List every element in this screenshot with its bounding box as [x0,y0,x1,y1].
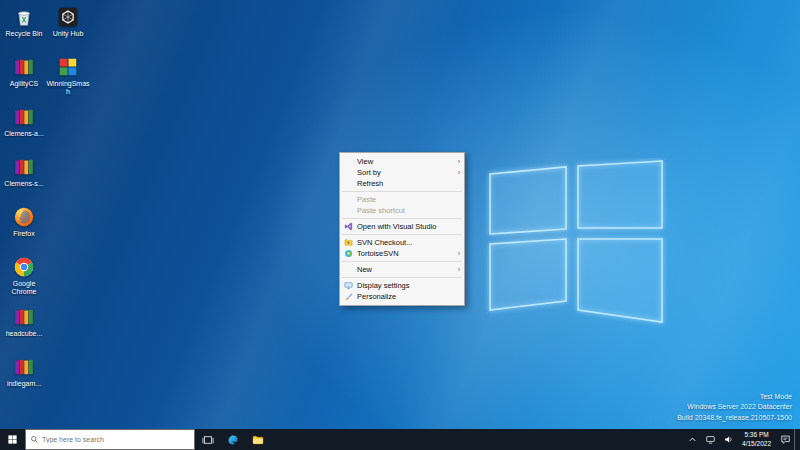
menu-icon-spacer [343,168,354,177]
desktop-icon[interactable]: AgilityCS [2,56,46,92]
menu-item[interactable]: Open with Visual Studio [340,221,464,232]
desktop-icon-label: AgilityCS [2,80,46,88]
menu-separator [342,191,462,192]
desktop-icon-label: Clemens-a... [2,130,46,138]
menu-item[interactable]: Refresh [340,178,464,189]
network-tray-button[interactable] [701,434,719,445]
task-view-button[interactable] [195,429,220,450]
desktop-icon-column-1: Recycle BinAgilityCSClemens-a...Clemens-… [2,6,46,392]
desktop-context-menu: View›Sort by›RefreshPastePaste shortcutO… [339,152,465,306]
taskbar: 5:36 PM 4/15/2022 [0,429,800,450]
watermark-build: Build 20348.fe_release.210507-1500 [677,413,792,424]
menu-item[interactable]: TortoiseSVN› [340,248,464,259]
taskbar-search[interactable] [25,429,195,450]
menu-item-label: Paste [357,195,452,204]
menu-separator [342,218,462,219]
winrar-icon [13,56,35,78]
clock-date: 4/15/2022 [742,440,771,448]
menu-icon-spacer [343,157,354,166]
desktop-icon-label: Unity Hub [46,30,90,38]
menu-item[interactable]: Sort by› [340,167,464,178]
submenu-arrow-icon: › [452,250,460,257]
personalize-icon [343,292,354,301]
task-view-icon [202,434,214,446]
tortoisesvn-icon [343,249,354,258]
visual-studio-icon [343,222,354,231]
winrar-icon [13,106,35,128]
windows-start-icon [7,434,18,445]
system-watermark: Test Mode Windows Server 2022 Datacenter… [677,392,792,424]
menu-separator [342,234,462,235]
menu-icon-spacer [343,206,354,215]
menu-item-label: View [357,157,452,166]
desktop-icon[interactable]: Clemens-s... [2,156,46,192]
chrome-icon [13,256,35,278]
color-tiles-icon [57,56,79,78]
edge-taskbar-button[interactable] [220,429,245,450]
menu-item-label: New [357,265,452,274]
desktop-icon-label: Clemens-s... [2,180,46,188]
menu-item[interactable]: SVN Checkout... [340,237,464,248]
menu-item-label: Paste shortcut [357,206,452,215]
desktop-icon[interactable]: Firefox [2,206,46,242]
submenu-arrow-icon: › [452,158,460,165]
desktop-icon-label: Recycle Bin [2,30,46,38]
edge-icon [227,434,239,446]
speaker-icon [723,434,734,445]
windows-logo-glow [484,158,668,328]
submenu-arrow-icon: › [452,266,460,273]
action-center-icon [780,434,791,445]
desktop-icon[interactable]: indiegam... [2,356,46,392]
menu-item: Paste shortcut [340,205,464,216]
file-explorer-taskbar-button[interactable] [245,429,270,450]
desktop-icon[interactable]: Recycle Bin [2,6,46,42]
menu-item[interactable]: Personalize [340,291,464,302]
menu-item: Paste [340,194,464,205]
show-desktop-button[interactable] [794,429,800,450]
clock-time: 5:36 PM [742,431,771,439]
winrar-icon [13,156,35,178]
menu-item-label: SVN Checkout... [357,238,452,247]
taskbar-clock[interactable]: 5:36 PM 4/15/2022 [737,431,776,448]
start-button[interactable] [0,429,25,450]
menu-icon-spacer [343,265,354,274]
display-settings-icon [343,281,354,290]
search-icon [30,435,39,444]
menu-item-label: Sort by [357,168,452,177]
search-input[interactable] [42,436,190,443]
submenu-arrow-icon: › [452,169,460,176]
unity-icon [57,6,79,28]
desktop-icon[interactable]: headcube... [2,306,46,342]
desktop-icon-label: headcube... [2,330,46,338]
desktop-icon-label: Firefox [2,230,46,238]
desktop-icon-label: Google Chrome [2,280,46,296]
desktop-icon[interactable]: WinningSmash [46,56,90,92]
firefox-icon [13,206,35,228]
menu-separator [342,277,462,278]
file-explorer-icon [252,434,264,446]
winrar-icon [13,356,35,378]
menu-item-label: Display settings [357,281,452,290]
menu-separator [342,261,462,262]
menu-item[interactable]: New› [340,264,464,275]
menu-item-label: Open with Visual Studio [357,222,452,231]
desktop-icon[interactable]: Unity Hub [46,6,90,42]
system-tray: 5:36 PM 4/15/2022 [683,429,800,450]
desktop-icon-label: WinningSmash [46,80,90,96]
desktop-icon-column-2: Unity HubWinningSmash [46,6,90,92]
chevron-up-icon [687,434,698,445]
volume-tray-button[interactable] [719,434,737,445]
desktop-icon-label: indiegam... [2,380,46,388]
menu-icon-spacer [343,179,354,188]
winrar-icon [13,306,35,328]
action-center-button[interactable] [776,434,794,445]
menu-item-label: Personalize [357,292,452,301]
menu-item-label: Refresh [357,179,452,188]
desktop-icon[interactable]: Clemens-a... [2,106,46,142]
watermark-test-mode: Test Mode [677,392,792,403]
menu-item[interactable]: Display settings [340,280,464,291]
menu-item-label: TortoiseSVN [357,249,452,258]
menu-item[interactable]: View› [340,156,464,167]
tray-overflow-button[interactable] [683,434,701,445]
desktop-icon[interactable]: Google Chrome [2,256,46,292]
